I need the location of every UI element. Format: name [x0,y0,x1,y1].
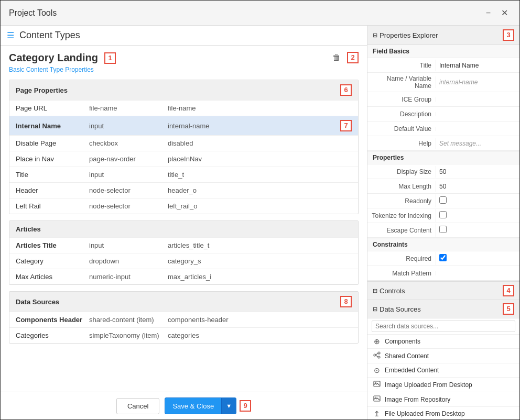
checkbox-escape-content[interactable] [439,226,447,233]
properties-header: Properties [367,151,519,164]
field-row-title[interactable]: Title input title_t [9,167,358,182]
properties-explorer-header: ⊟ Properties Explorer 3 [367,26,519,45]
field-type-page-url: file-name [89,104,168,112]
section-title-data-sources: Data Sources [16,298,59,306]
field-row-header[interactable]: Header node-selector header_o [9,182,358,198]
ds-item-components[interactable]: ⊕ Components [367,335,519,349]
prop-value-required [436,252,519,265]
checkbox-readonly[interactable] [439,196,447,204]
field-type-disable-page: checkbox [89,139,168,147]
datasources-title: Data Sources [380,305,421,313]
field-variable-place-in-nav: placeInNav [168,155,352,163]
prop-label-tokenize: Tokenize for Indexing [367,210,436,222]
save-dropdown-icon[interactable]: ▼ [221,398,236,414]
section-header-page-properties: Page Properties 6 [9,80,358,100]
image-upload-icon [373,380,381,389]
prop-value-ice-group [436,97,519,102]
ds-label-shared-content: Shared Content [385,352,429,360]
properties-explorer-title: Properties Explorer [380,31,438,39]
prop-label-display-size: Display Size [367,166,436,178]
save-close-wrapper[interactable]: Save & Close ▼ [165,397,236,414]
field-row-left-rail[interactable]: Left Rail node-selector left_rail_o [9,198,358,214]
field-name-disable-page: Disable Page [16,139,89,147]
ds-label-image-repo: Image From Repository [385,396,450,403]
save-group: Save & Close ▼ 9 [165,397,251,414]
menu-icon[interactable]: ☰ [7,30,14,40]
section-header-articles: Articles [9,221,358,237]
minimize-button[interactable]: − [483,8,494,18]
prop-value-help: Set message... [436,138,519,149]
content-type-name: Category Landing [9,52,98,64]
prop-label-title: Title [367,60,436,71]
checkbox-tokenize[interactable] [439,211,447,218]
svg-line-4 [376,356,378,357]
ds-label-image-upload: Image Uploaded From Desktop [385,381,472,389]
datasources-expand-icon[interactable]: ⊟ [373,306,377,313]
prop-value-readonly [436,194,519,207]
prop-row-description: Description [367,107,519,121]
content-type-name-group: Category Landing 1 [9,52,116,64]
field-variable-articles-title: articles_title_t [168,241,352,249]
field-row-page-url[interactable]: Page URL file-name file-name [9,100,358,116]
field-row-articles-title[interactable]: Articles Title input articles_title_t [9,237,358,253]
field-variable-title: title_t [168,171,352,179]
dialog-title: Project Tools [9,8,57,18]
expand-icon[interactable]: ⊟ [373,32,377,39]
prop-label-default-value: Default Value [367,123,436,135]
prop-row-default-value: Default Value [367,121,519,136]
prop-row-required: Required [367,251,519,266]
field-name-left-rail: Left Rail [16,202,89,210]
controls-expand-icon[interactable]: ⊟ [373,288,377,294]
embedded-content-icon: ⊙ [373,366,381,374]
controls-section-header: ⊟ Controls 4 [367,281,519,300]
field-row-components-header[interactable]: Components Header shared-content (item) … [9,312,358,327]
left-panel: ☰ Content Types Category Landing 1 🗑 2 B… [1,26,367,419]
content-area: ☰ Content Types Category Landing 1 🗑 2 B… [1,26,519,419]
field-name-max-articles: Max Articles [16,273,89,281]
main-content: Category Landing 1 🗑 2 Basic Content Typ… [1,46,367,392]
close-button[interactable]: ✕ [498,8,511,18]
field-type-components-header: shared-content (item) [89,316,168,324]
field-row-internal-name[interactable]: Internal Name input internal-name 7 [9,116,358,135]
field-name-internal-name: Internal Name [16,122,89,130]
ds-item-shared-content[interactable]: Shared Content [367,349,519,363]
datasource-search-input[interactable] [372,320,515,332]
section-page-properties: Page Properties 6 Page URL file-name fil… [9,80,359,214]
badge-7: 7 [340,120,352,131]
datasource-search-box [367,318,519,335]
svg-point-1 [374,354,376,356]
prop-row-match-pattern: Match Pattern [367,266,519,281]
field-row-category[interactable]: Category dropdown category_s [9,253,358,269]
save-close-label: Save & Close [165,398,221,414]
ds-item-image-upload[interactable]: Image Uploaded From Desktop [367,378,519,392]
header-right: 🗑 2 [332,52,359,63]
prop-row-help: Help Set message... [367,136,519,151]
delete-icon[interactable]: 🗑 [332,53,341,62]
field-row-categories[interactable]: Categories simpleTaxonomy (item) categor… [9,327,358,343]
prop-value-default-value [436,127,519,131]
prop-label-variable-name: Name / Variable Name [367,73,436,92]
field-name-categories: Categories [16,331,89,339]
checkbox-required[interactable] [439,254,447,261]
prop-value-escape-content [436,224,519,237]
field-row-place-in-nav[interactable]: Place in Nav page-nav-order placeInNav [9,151,358,167]
field-row-disable-page[interactable]: Disable Page checkbox disabled [9,135,358,151]
ds-item-embedded-content[interactable]: ⊙ Embedded Content [367,363,519,378]
datasources-section-header: ⊟ Data Sources 5 [367,300,519,318]
prop-value-match-pattern [436,271,519,275]
prop-row-tokenize: Tokenize for Indexing [367,208,519,223]
field-row-max-articles[interactable]: Max Articles numeric-input max_articles_… [9,269,358,284]
content-type-link[interactable]: Basic Content Type Properties [9,66,359,73]
ds-item-image-repo[interactable]: Image From Repository [367,392,519,407]
prop-label-max-length: Max Length [367,181,436,192]
field-variable-header: header_o [168,186,352,194]
section-title-articles: Articles [16,225,41,233]
field-name-components-header: Components Header [16,316,89,324]
prop-value-display-size: 50 [436,166,519,178]
footer: Cancel Save & Close ▼ 9 [1,392,367,419]
prop-label-match-pattern: Match Pattern [367,268,436,279]
ds-item-file-upload[interactable]: ↥ File Uploaded From Desktop [367,407,519,419]
cancel-button[interactable]: Cancel [116,398,159,414]
badge-5: 5 [503,303,514,315]
ds-label-embedded-content: Embedded Content [385,367,439,374]
